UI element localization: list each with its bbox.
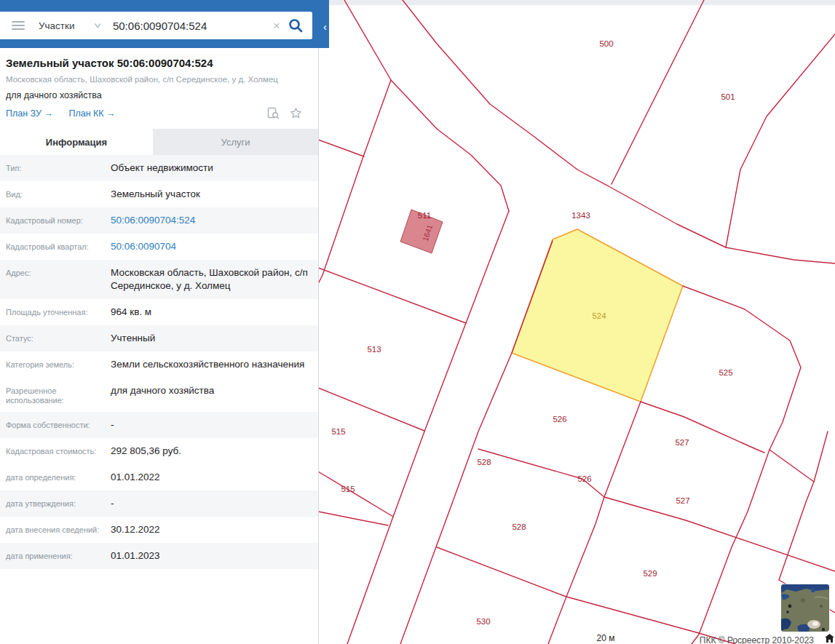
favorite-star-icon[interactable] bbox=[290, 107, 302, 119]
panel-header: Земельный участок 50:06:0090704:524 Моск… bbox=[0, 48, 318, 121]
parcel-label-511: 511 bbox=[418, 211, 431, 220]
table-row: Форма собственности: - bbox=[0, 412, 318, 438]
top-search-bar: Участки ˅ × ‹ bbox=[0, 0, 329, 48]
clear-icon[interactable]: × bbox=[273, 20, 280, 32]
row-value: для дачного хозяйства bbox=[105, 384, 318, 405]
row-value: Земли сельскохозяйственного назначения bbox=[105, 358, 318, 371]
table-row: Площадь уточненная: 964 кв. м bbox=[0, 299, 318, 325]
row-value: Московская область, Шаховской район, с/п… bbox=[105, 266, 318, 293]
plan-kk-link[interactable]: План КК → bbox=[68, 108, 115, 119]
parcel-label-527: 527 bbox=[675, 438, 689, 447]
parcel-label-526: 526 bbox=[577, 474, 591, 483]
parcel-label-528: 528 bbox=[477, 458, 491, 466]
row-label: Кадастровый номер: bbox=[0, 214, 105, 227]
table-row: Кадастровый квартал: 50:06:0090704 bbox=[0, 234, 318, 260]
row-value: 01.01.2023 bbox=[105, 549, 318, 562]
parcel-label-515: 515 bbox=[341, 485, 355, 493]
home-icon[interactable] bbox=[825, 634, 834, 643]
table-row: Тип: Объект недвижимости bbox=[0, 155, 318, 181]
parcel-label-1343: 1343 bbox=[571, 211, 590, 220]
plan-zu-link[interactable]: План ЗУ → bbox=[6, 108, 53, 119]
row-value: Земельный участок bbox=[105, 188, 318, 201]
parcel-label-527: 527 bbox=[676, 496, 689, 505]
page-title: Земельный участок 50:06:0090704:524 bbox=[6, 57, 312, 70]
row-value: 964 кв. м bbox=[105, 306, 318, 319]
row-label: Кадастровая стоимость: bbox=[0, 445, 105, 458]
row-value: 01.01.2022 bbox=[105, 471, 318, 484]
parcel-label-515: 515 bbox=[331, 427, 345, 436]
row-label: Площадь уточненная: bbox=[0, 306, 105, 319]
overview-map[interactable] bbox=[781, 584, 829, 632]
row-label: дата определения: bbox=[0, 471, 105, 484]
tab-services[interactable]: Услуги bbox=[153, 129, 318, 155]
parcel-label-526: 526 bbox=[553, 415, 566, 424]
row-value: - bbox=[105, 418, 318, 432]
parcel-label-513: 513 bbox=[367, 345, 381, 354]
table-row: Разрешенное использование: для дачного х… bbox=[0, 378, 318, 412]
search-icon[interactable] bbox=[288, 17, 304, 33]
chevron-down-icon[interactable]: ˅ bbox=[94, 21, 101, 30]
row-label: Адрес: bbox=[0, 266, 105, 293]
panel-tabs: Информация Услуги bbox=[0, 129, 318, 155]
map-attribution: ПКК © Росреестр 2010-2023 bbox=[700, 635, 815, 644]
row-label: Категория земель: bbox=[0, 358, 105, 371]
menu-icon[interactable] bbox=[12, 21, 25, 30]
parcel-label-529: 529 bbox=[643, 569, 657, 578]
table-row: дата внесения сведений: 30.12.2022 bbox=[0, 517, 318, 543]
parcel-label-530: 530 bbox=[476, 617, 490, 626]
collapse-panel-icon[interactable]: ‹ bbox=[323, 20, 327, 33]
row-label: дата внесения сведений: bbox=[0, 523, 105, 536]
row-value: Объект недвижимости bbox=[105, 162, 318, 175]
parcel-label-500: 500 bbox=[599, 39, 613, 48]
tab-information[interactable]: Информация bbox=[0, 129, 153, 155]
cadastral-map[interactable]: 1641 50050113435115135155155245255265275… bbox=[318, 0, 835, 644]
table-row: дата применения: 01.01.2023 bbox=[0, 543, 318, 569]
row-value: 292 805,36 руб. bbox=[105, 445, 318, 458]
parcel-label-501: 501 bbox=[721, 92, 735, 101]
table-row: дата утверждения: - bbox=[0, 490, 318, 517]
row-label: дата применения: bbox=[0, 549, 105, 562]
object-address-subtitle: Московская область, Шаховской район, с/п… bbox=[6, 74, 312, 84]
plan-links-row: План ЗУ → План КК → bbox=[6, 108, 312, 121]
row-value[interactable]: 50:06:0090704:524 bbox=[105, 214, 318, 227]
table-row: дата определения: 01.01.2022 bbox=[0, 464, 318, 490]
plan-preview-icon[interactable] bbox=[267, 107, 280, 119]
search-category-dropdown[interactable]: Участки bbox=[39, 20, 75, 31]
row-label: Тип: bbox=[0, 162, 105, 175]
table-row: Вид: Земельный участок bbox=[0, 181, 318, 207]
map-canvas: 1641 50050113435115135155155245255265275… bbox=[318, 0, 835, 644]
row-value: Учтенный bbox=[105, 332, 318, 345]
object-usage-text: для дачного хозяйства bbox=[6, 90, 312, 101]
info-table: Тип: Объект недвижимости Вид: Земельный … bbox=[0, 155, 318, 569]
parcel-label-528: 528 bbox=[512, 522, 526, 531]
table-row: Категория земель: Земли сельскохозяйстве… bbox=[0, 351, 318, 378]
row-label: Форма собственности: bbox=[0, 418, 105, 432]
row-value: - bbox=[105, 497, 318, 510]
search-input[interactable] bbox=[111, 19, 273, 33]
table-row: Адрес: Московская область, Шаховской рай… bbox=[0, 260, 318, 299]
row-value[interactable]: 50:06:0090704 bbox=[105, 240, 318, 253]
parcel-label-524: 524 bbox=[592, 311, 606, 320]
row-label: дата утверждения: bbox=[0, 497, 105, 510]
object-info-panel: Земельный участок 50:06:0090704:524 Моск… bbox=[0, 48, 319, 644]
row-label: Разрешенное использование: bbox=[0, 384, 105, 405]
row-value: 30.12.2022 bbox=[105, 523, 318, 536]
parcel-label-525: 525 bbox=[719, 368, 732, 377]
search-pill: Участки ˅ × bbox=[0, 12, 312, 39]
table-row: Кадастровая стоимость: 292 805,36 руб. bbox=[0, 438, 318, 464]
table-row: Статус: Учтенный bbox=[0, 325, 318, 351]
row-label: Статус: bbox=[0, 332, 105, 345]
row-label: Кадастровый квартал: bbox=[0, 240, 105, 253]
row-label: Вид: bbox=[0, 188, 105, 201]
table-row: Кадастровый номер: 50:06:0090704:524 bbox=[0, 207, 318, 234]
scale-label: 20 м bbox=[597, 633, 615, 643]
